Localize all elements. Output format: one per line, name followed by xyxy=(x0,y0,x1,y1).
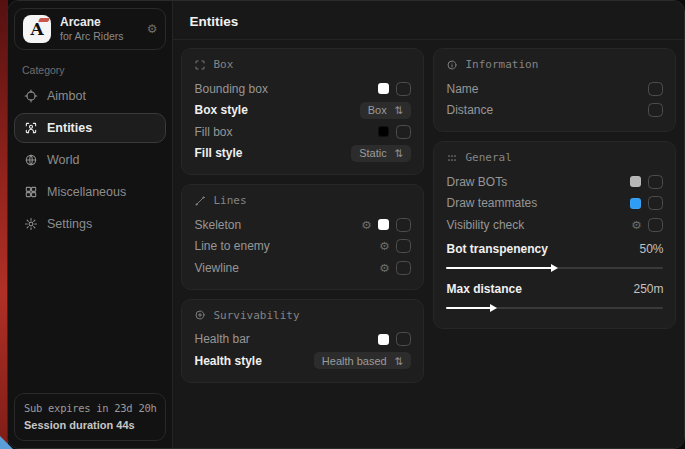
sidebar-nav: Aimbot Entities World Miscellaneous Sett… xyxy=(14,80,166,240)
setting-label: Box style xyxy=(194,103,247,117)
checkbox[interactable] xyxy=(648,218,663,232)
info-icon xyxy=(446,59,458,71)
setting-label: Visibility check xyxy=(446,218,524,232)
section-title: Box xyxy=(213,58,233,71)
sub-expiry-text: Sub expires in 23d 20h xyxy=(24,401,156,417)
checkbox[interactable] xyxy=(648,196,663,210)
setting-row-fill-box: Fill box xyxy=(194,121,411,143)
setting-label: Fill style xyxy=(194,146,242,160)
content: Box Bounding box Box style xyxy=(173,40,684,391)
crosshair-icon xyxy=(24,89,38,103)
sidebar-item-label: Aimbot xyxy=(47,89,86,103)
checkbox[interactable] xyxy=(396,125,411,139)
box-corners-icon xyxy=(194,59,206,71)
color-swatch[interactable] xyxy=(630,198,641,209)
cheat-menu-window: A Arcane for Arc Riders ⚙ Category Aimbo… xyxy=(7,0,685,449)
sidebar-item-miscellaneous[interactable]: Miscellaneous xyxy=(14,177,166,207)
setting-label: Line to enemy xyxy=(194,239,269,253)
dots-grid-icon xyxy=(446,152,458,164)
updown-arrows-icon: ⇅ xyxy=(395,104,404,116)
main-panel: Entities Box Bounding box xyxy=(173,1,684,448)
color-swatch[interactable] xyxy=(378,126,389,137)
screen: A Arcane for Arc Riders ⚙ Category Aimbo… xyxy=(0,0,685,449)
row-settings-gear-icon[interactable]: ⚙ xyxy=(631,218,641,232)
app-logo-card: A Arcane for Arc Riders ⚙ xyxy=(14,8,166,50)
setting-label: Skeleton xyxy=(194,218,241,232)
section-box: Box Bounding box Box style xyxy=(181,48,424,175)
setting-row-distance: Distance xyxy=(446,100,663,122)
health-style-dropdown[interactable]: Health based ⇅ xyxy=(314,352,412,369)
setting-label: Health bar xyxy=(194,332,249,346)
checkbox[interactable] xyxy=(396,332,411,346)
subscription-card: Sub expires in 23d 20h Session duration … xyxy=(14,393,166,441)
slider-track[interactable] xyxy=(446,267,663,269)
setting-row-fill-style: Fill style Static ⇅ xyxy=(194,143,411,165)
globe-icon xyxy=(24,153,38,167)
app-logo: A xyxy=(23,15,51,43)
section-general: General Draw BOTs Draw teammates xyxy=(433,141,676,329)
updown-arrows-icon: ⇅ xyxy=(395,147,404,159)
updown-arrows-icon: ⇅ xyxy=(395,355,404,367)
slider-label: Bot transpenency xyxy=(446,242,547,256)
entities-scan-icon xyxy=(24,121,38,135)
setting-label: Draw teammates xyxy=(446,196,537,210)
right-column: Information Name Distance xyxy=(433,48,676,329)
section-information: Information Name Distance xyxy=(433,48,676,132)
section-title: General xyxy=(465,151,511,164)
sidebar: A Arcane for Arc Riders ⚙ Category Aimbo… xyxy=(8,1,173,448)
slider-bot-transparency: Bot transpenency 50% xyxy=(446,239,663,270)
setting-label: Viewline xyxy=(194,261,238,275)
sidebar-item-entities[interactable]: Entities xyxy=(14,113,166,143)
app-name: Arcane xyxy=(60,15,138,30)
slider-label: Max distance xyxy=(446,282,521,296)
checkbox[interactable] xyxy=(396,239,411,253)
row-settings-gear-icon[interactable]: ⚙ xyxy=(379,261,389,275)
session-duration-text: Session duration 44s xyxy=(24,417,156,434)
setting-row-health-bar: Health bar xyxy=(194,329,411,351)
page-title: Entities xyxy=(189,14,668,29)
setting-label: Distance xyxy=(446,103,493,117)
color-swatch[interactable] xyxy=(378,83,389,94)
slider-thumb[interactable] xyxy=(551,264,558,272)
main-header: Entities xyxy=(173,1,684,40)
box-style-dropdown[interactable]: Box ⇅ xyxy=(360,102,412,119)
slider-value: 250m xyxy=(633,282,663,296)
setting-row-name: Name xyxy=(446,78,663,100)
setting-row-box-style: Box style Box ⇅ xyxy=(194,100,411,122)
color-swatch[interactable] xyxy=(378,334,389,345)
checkbox[interactable] xyxy=(396,82,411,96)
slider-max-distance: Max distance 250m xyxy=(446,278,663,309)
section-lines: Lines Skeleton ⚙ Line to enemy xyxy=(181,184,424,290)
health-cross-icon xyxy=(194,309,206,321)
sidebar-item-settings[interactable]: Settings xyxy=(14,209,166,239)
sidebar-item-label: Settings xyxy=(47,217,92,231)
setting-label: Bounding box xyxy=(194,82,267,96)
gear-icon[interactable]: ⚙ xyxy=(147,22,158,36)
row-settings-gear-icon[interactable]: ⚙ xyxy=(379,239,389,253)
setting-row-viewline: Viewline ⚙ xyxy=(194,257,411,279)
sidebar-item-label: Miscellaneous xyxy=(47,185,126,199)
checkbox[interactable] xyxy=(648,175,663,189)
sidebar-item-aimbot[interactable]: Aimbot xyxy=(14,81,166,111)
slider-thumb[interactable] xyxy=(490,304,497,312)
checkbox[interactable] xyxy=(396,218,411,232)
sidebar-item-world[interactable]: World xyxy=(14,145,166,175)
setting-label: Draw BOTs xyxy=(446,175,507,189)
cursor-triangle xyxy=(0,436,13,449)
fill-style-dropdown[interactable]: Static ⇅ xyxy=(351,145,411,162)
checkbox[interactable] xyxy=(396,261,411,275)
slider-track[interactable] xyxy=(446,307,663,309)
category-label: Category xyxy=(22,64,166,76)
left-column: Box Bounding box Box style xyxy=(181,48,424,383)
section-title: Information xyxy=(465,58,538,71)
line-icon xyxy=(194,195,206,207)
color-swatch[interactable] xyxy=(378,219,389,230)
checkbox[interactable] xyxy=(648,103,663,117)
setting-row-skeleton: Skeleton ⚙ xyxy=(194,214,411,236)
slider-value: 50% xyxy=(639,242,663,256)
checkbox[interactable] xyxy=(648,82,663,96)
color-swatch[interactable] xyxy=(630,176,641,187)
setting-row-bounding-box: Bounding box xyxy=(194,78,411,100)
section-survivability: Survivability Health bar Health style xyxy=(181,299,424,383)
row-settings-gear-icon[interactable]: ⚙ xyxy=(361,218,371,232)
